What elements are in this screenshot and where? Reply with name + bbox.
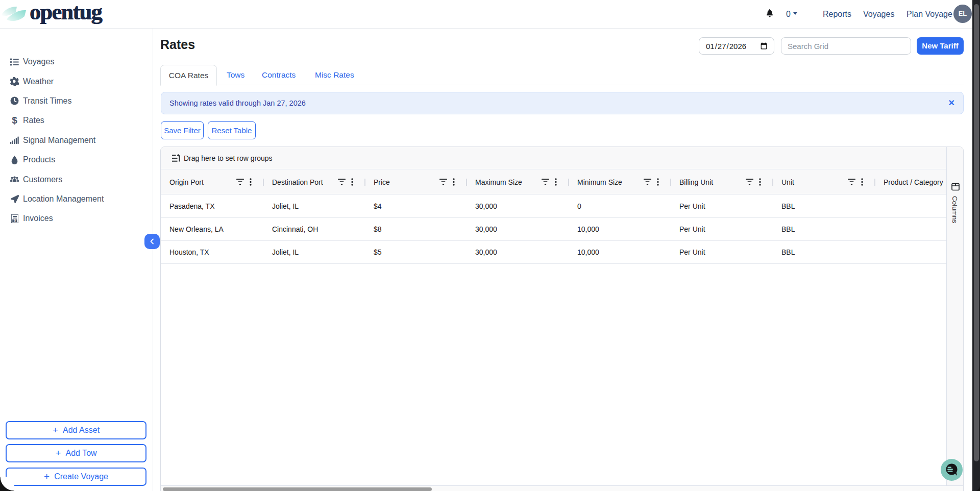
svg-text:$: $	[14, 218, 16, 223]
